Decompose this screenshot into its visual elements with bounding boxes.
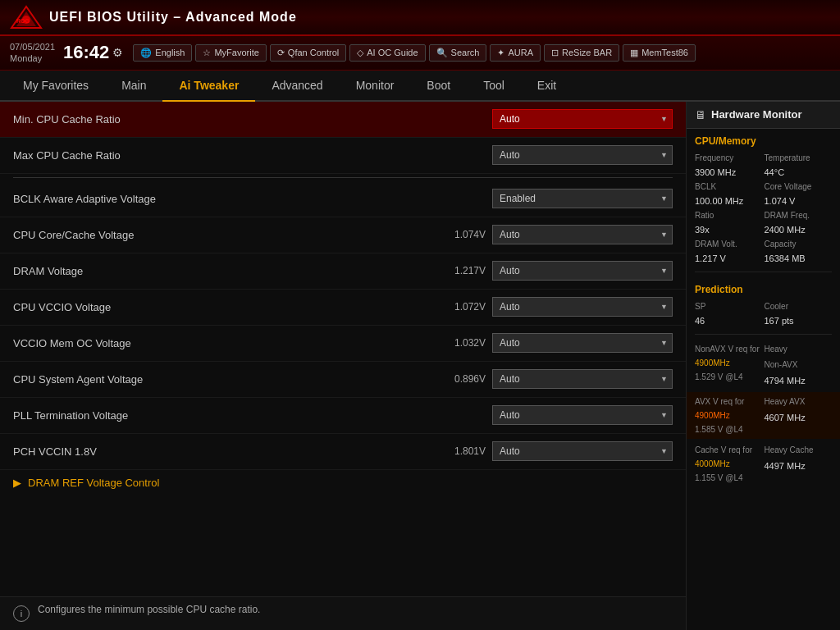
heavy-avx-value: 4607 MHz [765, 409, 833, 427]
pch-vccin-label: PCH VCCIN 1.8V [13, 445, 441, 458]
nav-advanced[interactable]: Advanced [255, 71, 339, 102]
dram-voltage-dropdown-wrap: Auto [492, 261, 673, 281]
content-area: Min. CPU Cache Ratio Auto Max CPU Cache … [0, 102, 686, 630]
freq-value: 3900 MHz [695, 166, 763, 179]
vccio-mem-dropdown[interactable]: Auto [492, 333, 673, 353]
info-bar: i Configures the minimum possible CPU ca… [0, 596, 686, 630]
cpu-core-cache-value: 1.074V [441, 229, 486, 240]
cpu-memory-section-title: CPU/Memory [687, 129, 840, 150]
cache-prediction: Cache V req for 4000MHz 1.155 V @L4 Heav… [687, 441, 840, 487]
sp-label: SP [695, 300, 763, 313]
bclk-hw-label: BCLK [695, 180, 763, 193]
nav-ai-tweaker[interactable]: Ai Tweaker [162, 71, 255, 102]
info-icon: i [13, 605, 30, 622]
setting-row-max-cpu-cache: Max CPU Cache Ratio Auto [0, 138, 686, 174]
bclk-label: BCLK Aware Adaptive Voltage [13, 193, 492, 205]
nav-monitor[interactable]: Monitor [340, 71, 411, 102]
svg-text:ROG: ROG [16, 18, 30, 24]
sp-value: 46 [695, 314, 763, 327]
min-cpu-cache-dropdown[interactable]: Auto [492, 109, 673, 129]
nonavx-prediction: NonAVX V req for 4900MHz 1.529 V @L4 Hea… [687, 340, 840, 391]
cpu-sysagent-dropdown-wrap: Auto [492, 369, 673, 389]
qfan-btn[interactable]: ⟳ Qfan Control [270, 44, 346, 62]
nav-main[interactable]: Main [105, 71, 162, 102]
freq-label: Frequency [695, 152, 763, 164]
min-cpu-cache-dropdown-wrap: Auto [492, 109, 673, 129]
cpu-sysagent-dropdown[interactable]: Auto [492, 369, 673, 389]
english-btn[interactable]: 🌐 English [133, 44, 192, 62]
cpu-memory-grid: Frequency Temperature 3900 MHz 44°C BCLK… [687, 150, 840, 267]
nav-my-favorites[interactable]: My Favorites [7, 71, 105, 102]
hw-monitor-title: Hardware Monitor [711, 108, 802, 121]
cooler-value: 167 pts [765, 314, 833, 327]
logo-area: ROG UEFI BIOS Utility – Advanced Mode [10, 5, 297, 30]
bclk-dropdown[interactable]: Enabled Disabled [492, 189, 673, 208]
avx-freq: 4900MHz [695, 409, 763, 422]
toolbar: 07/05/2021Monday 16:42 ⚙ 🌐 English ☆ MyF… [0, 36, 840, 71]
search-btn[interactable]: 🔍 Search [429, 44, 487, 62]
setting-row-cpu-vccio: CPU VCCIO Voltage 1.072V Auto [0, 290, 686, 326]
core-voltage-label: Core Voltage [765, 180, 833, 193]
avx-req-value: 1.585 V @L4 [695, 422, 763, 437]
capacity-label: Capacity [765, 238, 833, 250]
header: ROG UEFI BIOS Utility – Advanced Mode [0, 0, 840, 36]
pch-vccin-value: 1.801V [441, 445, 486, 457]
bclk-dropdown-wrap: Enabled Disabled [492, 189, 673, 208]
hw-monitor-header: 🖥 Hardware Monitor [687, 102, 840, 129]
heavy-avx-label: Heavy AVX [765, 394, 833, 409]
pll-term-label: PLL Termination Voltage [13, 409, 492, 422]
ratio-label: Ratio [695, 209, 763, 221]
avx-prediction: AVX V req for 4900MHz 1.585 V @L4 Heavy … [687, 392, 840, 439]
aura-btn[interactable]: ✦ AURA [490, 44, 541, 62]
cpu-vccio-dropdown[interactable]: Auto [492, 297, 673, 317]
myfavorite-btn[interactable]: ☆ MyFavorite [195, 44, 266, 62]
pch-vccin-dropdown[interactable]: Auto [492, 441, 673, 461]
dram-voltage-value: 1.217V [441, 265, 486, 276]
min-cpu-cache-label: Min. CPU Cache Ratio [13, 113, 492, 126]
pch-vccin-dropdown-wrap: Auto [492, 441, 673, 461]
avx-req-label: AVX V req for [695, 394, 763, 409]
vccio-mem-value: 1.032V [441, 337, 486, 349]
dram-freq-label: DRAM Freq. [765, 209, 833, 221]
cache-req-label: Cache V req for [695, 442, 763, 458]
setting-row-pll-term: PLL Termination Voltage Auto [0, 398, 686, 434]
nonavx-req-label: NonAVX V req for [695, 341, 763, 357]
nav-tool[interactable]: Tool [467, 71, 521, 102]
prediction-sp-grid: SP Cooler 46 167 pts [687, 299, 840, 329]
collapse-label: DRAM REF Voltage Control [28, 477, 159, 489]
max-cpu-cache-dropdown[interactable]: Auto [492, 145, 673, 165]
separator-1 [13, 177, 673, 178]
settings-area: Min. CPU Cache Ratio Auto Max CPU Cache … [0, 102, 686, 596]
resizebar-btn[interactable]: ⊡ ReSize BAR [544, 44, 619, 62]
bclk-hw-value: 100.00 MHz [695, 194, 763, 208]
dram-voltage-label: DRAM Voltage [13, 265, 441, 277]
max-cpu-cache-dropdown-wrap: Auto [492, 145, 673, 165]
setting-row-pch-vccin: PCH VCCIN 1.8V 1.801V Auto [0, 434, 686, 470]
cpu-vccio-label: CPU VCCIO Voltage [13, 301, 441, 313]
date-display: 07/05/2021Monday [10, 41, 55, 65]
temp-value: 44°C [765, 166, 833, 179]
heavy-cache-value: 4497 MHz [765, 458, 833, 475]
ratio-value: 39x [695, 223, 763, 236]
nav-exit[interactable]: Exit [521, 71, 573, 102]
core-voltage-value: 1.074 V [765, 194, 833, 208]
content-wrapper: Min. CPU Cache Ratio Auto Max CPU Cache … [0, 102, 686, 630]
cpu-core-cache-dropdown[interactable]: Auto [492, 225, 673, 244]
aioc-btn[interactable]: ◇ AI OC Guide [349, 44, 425, 62]
dram-freq-value: 2400 MHz [765, 223, 833, 236]
pll-term-dropdown[interactable]: Auto [492, 405, 673, 425]
hw-divider-1 [695, 272, 832, 272]
nav-boot[interactable]: Boot [410, 71, 467, 102]
setting-row-min-cpu-cache: Min. CPU Cache Ratio Auto [0, 102, 686, 138]
cooler-label: Cooler [765, 300, 833, 313]
gear-icon[interactable]: ⚙ [112, 46, 123, 59]
dram-voltage-dropdown[interactable]: Auto [492, 261, 673, 281]
vccio-mem-label: VCCIO Mem OC Voltage [13, 337, 441, 349]
memtest-btn[interactable]: ▦ MemTest86 [623, 44, 696, 62]
cpu-core-cache-label: CPU Core/Cache Voltage [13, 229, 441, 241]
dram-ref-collapse[interactable]: ▶ DRAM REF Voltage Control [0, 470, 686, 495]
capacity-value: 16384 MB [765, 252, 833, 265]
cpu-vccio-value: 1.072V [441, 301, 486, 313]
main-layout: Min. CPU Cache Ratio Auto Max CPU Cache … [0, 102, 840, 630]
hw-divider-2 [695, 334, 832, 335]
